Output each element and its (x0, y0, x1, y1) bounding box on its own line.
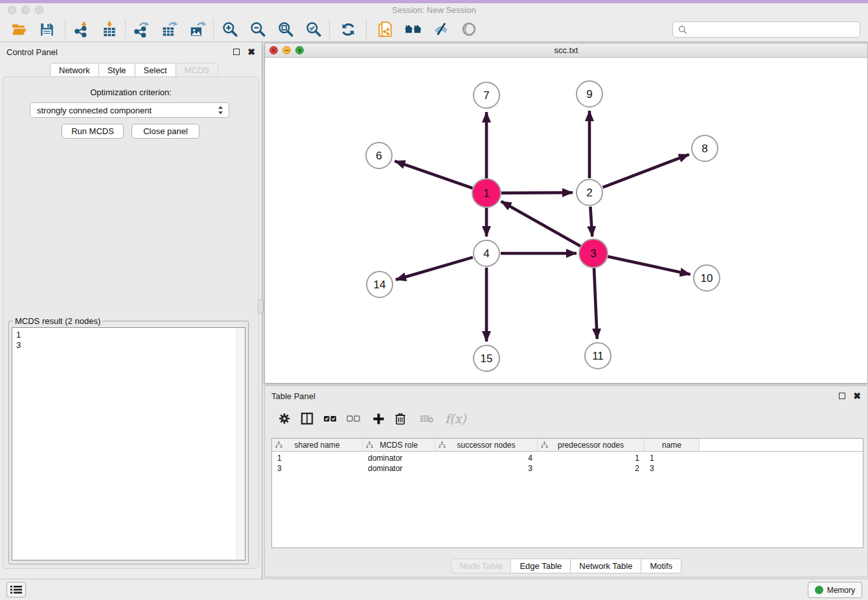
deselect-all-columns-button[interactable] (347, 413, 360, 424)
edge-3-10[interactable] (608, 257, 691, 275)
import-table-button[interactable] (95, 17, 123, 41)
export-image-icon (189, 21, 206, 38)
edge-2-3[interactable] (590, 207, 592, 237)
table-row[interactable]: 3dominator323 (272, 463, 863, 474)
delete-table-button[interactable] (420, 413, 434, 424)
tab-style[interactable]: Style (99, 63, 135, 77)
node-1[interactable]: 1 (472, 179, 501, 207)
save-session-button[interactable] (33, 17, 61, 41)
close-panel-icon[interactable]: ✖ (247, 49, 255, 55)
show-graphics-details-button[interactable] (455, 17, 483, 41)
search-box[interactable] (672, 21, 860, 38)
network-maximize-button[interactable] (295, 46, 304, 54)
delete-column-button[interactable] (394, 412, 406, 425)
network-window-titlebar[interactable]: scc.txt (265, 43, 867, 58)
zoom-fit-icon (277, 21, 294, 38)
node-4[interactable]: 4 (474, 240, 499, 266)
node-3[interactable]: 3 (579, 239, 608, 268)
node-11[interactable]: 11 (585, 343, 611, 369)
edge-1-2[interactable] (501, 192, 573, 193)
open-session-button[interactable] (5, 17, 33, 41)
hide-graphics-details-button[interactable] (427, 17, 455, 41)
import-network-button[interactable] (67, 17, 95, 41)
zoom-selected-button[interactable] (299, 17, 327, 41)
optimization-criterion-select[interactable]: strongly connected component (30, 102, 229, 118)
table-row[interactable]: 1dominator411 (272, 453, 863, 463)
columns-icon (301, 412, 314, 425)
search-input[interactable] (691, 25, 854, 34)
node-9[interactable]: 9 (577, 81, 602, 107)
apply-layout-button[interactable] (334, 17, 362, 41)
tab-node-table[interactable]: Node Table (451, 559, 512, 573)
create-column-button[interactable] (372, 413, 385, 425)
zoom-fit-button[interactable] (271, 17, 299, 41)
cell-name: 1 (645, 454, 700, 463)
show-columns-button[interactable] (301, 412, 314, 425)
memory-label: Memory (827, 586, 855, 595)
column-header-name[interactable]: name (645, 439, 700, 451)
new-network-button[interactable] (371, 17, 399, 41)
float-panel-icon[interactable] (233, 49, 240, 55)
mcds-result-scrollbar[interactable] (236, 328, 245, 560)
export-network-button[interactable] (128, 17, 155, 41)
function-builder-button[interactable]: f(x) (445, 411, 466, 426)
edge-3-1[interactable] (501, 202, 581, 246)
fx-icon: f(x) (445, 411, 466, 426)
checked-boxes-icon (323, 413, 337, 424)
tab-edge-table[interactable]: Edge Table (511, 559, 571, 573)
export-image-button[interactable] (183, 17, 211, 41)
network-graph[interactable]: 7968124314101511 (265, 58, 867, 383)
memory-button[interactable]: Memory (808, 582, 862, 598)
import-table-icon (101, 21, 118, 38)
edge-4-14[interactable] (396, 257, 473, 280)
tab-motifs[interactable]: Motifs (641, 559, 681, 573)
node-6[interactable]: 6 (366, 143, 392, 168)
node-15[interactable]: 15 (474, 345, 499, 371)
column-type-icon (541, 441, 548, 448)
node-2[interactable]: 2 (577, 179, 602, 205)
column-header-shared-name[interactable]: shared name (272, 439, 363, 451)
tab-network-table[interactable]: Network Table (571, 559, 641, 573)
cell-shared-name: 1 (272, 454, 363, 463)
mcds-result-lines: 13 (12, 328, 245, 352)
control-panel-tabs: NetworkStyleSelectMCDS (50, 63, 218, 77)
edge-2-8[interactable] (603, 154, 689, 187)
select-all-columns-button[interactable] (323, 413, 337, 424)
column-header-mcds-role[interactable]: MCDS role (363, 439, 435, 451)
memory-status-icon (815, 586, 823, 594)
main-titlebar: Session: New Session (0, 3, 868, 17)
maximize-glyph-icon (297, 48, 303, 53)
mcds-result-area[interactable]: 13 (12, 327, 246, 560)
column-header-predecessor-nodes[interactable]: predecessor nodes (538, 439, 645, 451)
tab-network[interactable]: Network (50, 63, 99, 77)
table-settings-button[interactable] (278, 412, 291, 425)
column-header-successor-nodes[interactable]: successor nodes (435, 439, 538, 451)
node-7[interactable]: 7 (474, 82, 499, 108)
edge-3-11[interactable] (594, 268, 597, 339)
zoom-in-button[interactable] (216, 17, 244, 41)
column-type-icon (275, 441, 282, 448)
tab-mcds[interactable]: MCDS (176, 63, 218, 77)
toolbar-separator (213, 19, 214, 39)
network-minimize-button[interactable] (282, 46, 291, 54)
close-table-panel-icon[interactable]: ✖ (853, 393, 861, 399)
node-10[interactable]: 10 (694, 265, 720, 291)
network-close-button[interactable] (269, 46, 278, 54)
node-8[interactable]: 8 (692, 135, 718, 161)
status-bar: Memory (0, 579, 868, 600)
unchecked-boxes-icon (347, 413, 360, 424)
task-history-button[interactable] (6, 582, 26, 597)
float-table-panel-icon[interactable] (839, 393, 845, 399)
zoom-out-button[interactable] (244, 17, 271, 41)
node-14[interactable]: 14 (367, 271, 393, 297)
table-panel-title: Table Panel (271, 391, 839, 401)
close-panel-button[interactable]: Close panel (131, 124, 200, 139)
export-table-button[interactable] (155, 17, 183, 41)
run-mcds-button[interactable]: Run MCDS (62, 124, 124, 139)
panel-splitter-handle[interactable] (258, 299, 264, 314)
cell-shared-name: 3 (272, 464, 363, 473)
tab-select[interactable]: Select (135, 63, 176, 77)
network-overview-button[interactable] (399, 17, 427, 41)
toolbar-separator (366, 19, 367, 39)
edge-1-6[interactable] (395, 161, 474, 189)
